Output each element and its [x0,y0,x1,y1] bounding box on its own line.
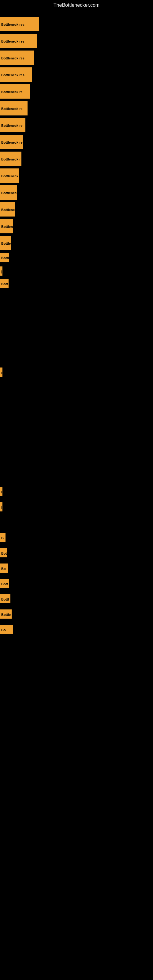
bar-item: Bottleneck re [0,84,30,99]
bar-item: Bottleneck res [0,51,34,65]
bar-item: B [0,533,5,542]
bar-item: Bottleneck re [0,118,26,132]
bar-item: e [0,368,2,377]
bar-item: Bottleneck res [0,67,32,82]
bar-item: Bottle [0,253,9,262]
bar-item: Bott [0,579,9,588]
bar-item: | [0,502,2,511]
bar-item: Bottleneck res [0,17,39,31]
bar-item: Bottleneck r [0,151,21,166]
bar-item: Bottleneck re [0,101,27,115]
bar-item: Bottleneck r [0,185,17,200]
bar-item: Bottleneck res [0,34,37,48]
bar-item: Bott [0,279,9,288]
bar-item: Bott [0,548,7,557]
bar-item: Bottleneck r [0,169,19,183]
bar-item: Bo [0,625,13,634]
bar-item: Bottle [0,609,12,619]
bar-item: Bottleneck [0,202,15,216]
bar-item: Bo [0,563,8,573]
site-title: TheBottlenecker.com [0,0,153,10]
bar-item: Bottleneck re [0,135,23,149]
bar-item: Bottleneck [0,219,13,233]
bar-item: Bottleneck [0,236,11,250]
bar-item: B [0,487,2,496]
bar-item: Bottl [0,594,10,603]
bar-item: | [0,266,2,275]
